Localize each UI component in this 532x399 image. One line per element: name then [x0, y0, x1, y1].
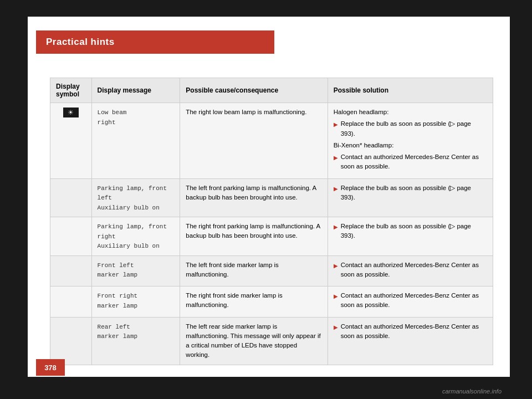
- solution-bullet: ▶Contact an authorized Mercedes-Benz Cen…: [334, 260, 487, 280]
- bullet-arrow-icon: ▶: [334, 262, 338, 270]
- bullet-text: Replace the bulb as soon as possible (▷ …: [341, 119, 487, 139]
- table-row: Front right marker lampThe right front s…: [50, 287, 493, 318]
- bullet-arrow-icon: ▶: [334, 120, 338, 129]
- message-cell: Front left marker lamp: [91, 255, 180, 287]
- cause-text: The left front side marker lamp is malfu…: [186, 262, 278, 278]
- message-cell: Front right marker lamp: [91, 287, 180, 318]
- message-text: Rear left marker lamp: [98, 324, 138, 340]
- bullet-text: Replace the bulb as soon as possible (▷ …: [341, 183, 487, 203]
- message-cell: Rear left marker lamp: [91, 317, 180, 365]
- solution-bullet: ▶Replace the bulb as soon as possible (▷…: [334, 119, 487, 139]
- cause-cell: The left rear side marker lamp is malfun…: [180, 317, 328, 365]
- col-header-solution: Possible solution: [328, 78, 493, 103]
- solution-block-label: Bi-Xenon* headlamp:: [334, 141, 487, 150]
- symbol-cell: [50, 287, 92, 318]
- message-text: Parking lamp, front right Auxiliary bulb…: [98, 223, 171, 249]
- message-text: Low beam right: [98, 109, 127, 126]
- solution-cell: ▶Contact an authorized Mercedes-Benz Cen…: [328, 287, 493, 318]
- bullet-text: Contact an authorized Mercedes-Benz Cent…: [341, 322, 487, 341]
- page-title: Practical hints: [46, 37, 115, 48]
- page-number: 378: [36, 359, 65, 376]
- solution-cell: ▶Replace the bulb as soon as possible (▷…: [328, 178, 493, 217]
- message-cell: Parking lamp, front right Auxiliary bulb…: [91, 217, 180, 256]
- cause-text: The left rear side marker lamp is malfun…: [186, 323, 320, 359]
- symbol-cell: ☀: [50, 103, 92, 179]
- message-cell: Low beam right: [91, 103, 180, 179]
- solution-bullet: ▶Contact an authorized Mercedes-Benz Cen…: [334, 152, 487, 172]
- bullet-text: Contact an authorized Mercedes-Benz Cent…: [341, 291, 487, 310]
- header-bar: Practical hints: [36, 30, 274, 54]
- bullet-text: Contact an authorized Mercedes-Benz Cent…: [341, 260, 487, 280]
- bullet-arrow-icon: ▶: [334, 185, 338, 193]
- cause-cell: The left front parking lamp is malfuncti…: [180, 178, 328, 217]
- message-cell: Parking lamp, front left Auxiliary bulb …: [91, 178, 180, 217]
- table-row: Parking lamp, front left Auxiliary bulb …: [50, 178, 493, 217]
- col-header-message: Display message: [91, 78, 180, 103]
- bullet-text: Contact an authorized Mercedes-Benz Cent…: [341, 152, 487, 172]
- symbol-cell: [50, 178, 92, 217]
- cause-text: The right low beam lamp is malfunctionin…: [186, 109, 306, 115]
- solution-cell: ▶Contact an authorized Mercedes-Benz Cen…: [328, 317, 493, 365]
- solution-cell: ▶Contact an authorized Mercedes-Benz Cen…: [328, 255, 493, 287]
- symptoms-table: Display symbol Display message Possible …: [50, 78, 493, 365]
- cause-cell: The right front side marker lamp is malf…: [180, 287, 328, 318]
- solution-block-label: Halogen headlamp:: [334, 108, 487, 117]
- solution-bullet: ▶Contact an authorized Mercedes-Benz Cen…: [334, 322, 487, 341]
- cause-text: The right front parking lamp is malfunct…: [186, 223, 320, 239]
- solution-cell: Halogen headlamp:▶Replace the bulb as so…: [328, 103, 493, 179]
- watermark: carmanualsonline.info: [442, 388, 502, 395]
- cause-text: The left front parking lamp is malfuncti…: [186, 185, 316, 201]
- table-row: Front left marker lampThe left front sid…: [50, 255, 493, 287]
- solution-bullet: ▶Replace the bulb as soon as possible (▷…: [334, 222, 487, 241]
- table-row: Rear left marker lampThe left rear side …: [50, 317, 493, 365]
- col-header-symbol: Display symbol: [50, 78, 92, 103]
- bullet-arrow-icon: ▶: [334, 292, 338, 300]
- solution-bullet: ▶Replace the bulb as soon as possible (▷…: [334, 183, 487, 203]
- bullet-arrow-icon: ▶: [334, 154, 338, 162]
- main-table-container: Display symbol Display message Possible …: [50, 78, 493, 365]
- table-row: ☀Low beam rightThe right low beam lamp i…: [50, 103, 493, 179]
- solution-bullet: ▶Contact an authorized Mercedes-Benz Cen…: [334, 291, 487, 310]
- message-text: Parking lamp, front left Auxiliary bulb …: [98, 185, 171, 211]
- cause-text: The right front side marker lamp is malf…: [186, 292, 282, 308]
- bullet-arrow-icon: ▶: [334, 323, 338, 331]
- cause-cell: The right front parking lamp is malfunct…: [180, 217, 328, 256]
- message-text: Front left marker lamp: [98, 262, 138, 279]
- bullet-arrow-icon: ▶: [334, 223, 338, 231]
- bullet-text: Replace the bulb as soon as possible (▷ …: [341, 222, 487, 241]
- message-text: Front right marker lamp: [98, 293, 138, 309]
- symbol-cell: [50, 217, 92, 256]
- cause-cell: The left front side marker lamp is malfu…: [180, 255, 328, 287]
- table-row: Parking lamp, front right Auxiliary bulb…: [50, 217, 493, 256]
- table-header-row: Display symbol Display message Possible …: [50, 78, 493, 103]
- display-symbol-icon: ☀: [63, 108, 79, 117]
- cause-cell: The right low beam lamp is malfunctionin…: [180, 103, 328, 179]
- col-header-cause: Possible cause/consequence: [180, 78, 328, 103]
- solution-cell: ▶Replace the bulb as soon as possible (▷…: [328, 217, 493, 256]
- symbol-cell: [50, 317, 92, 365]
- symbol-cell: [50, 255, 92, 287]
